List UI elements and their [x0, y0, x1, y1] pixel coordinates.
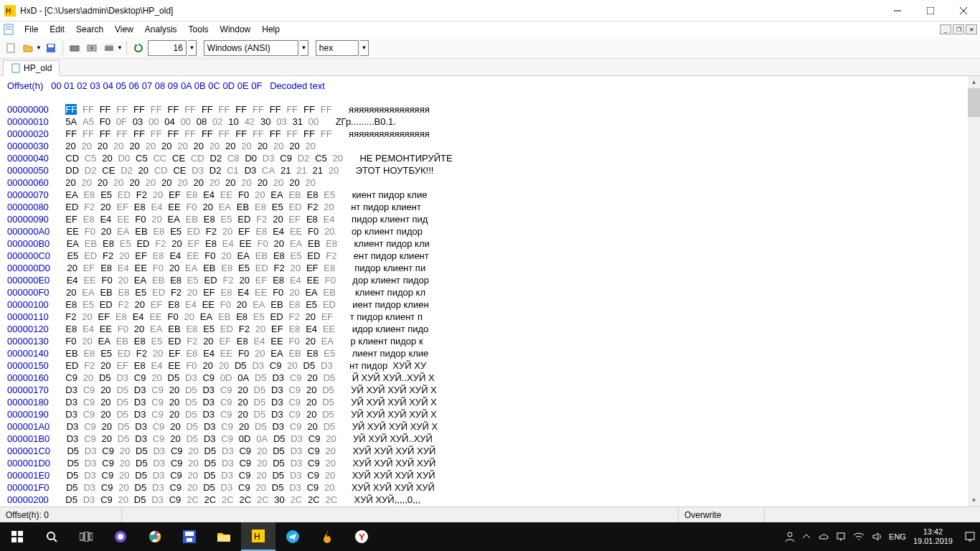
- menu-tools[interactable]: Tools: [183, 23, 215, 36]
- menu-window[interactable]: Window: [215, 23, 257, 36]
- svg-point-22: [47, 532, 55, 540]
- telegram-icon[interactable]: [275, 522, 310, 551]
- bytes-per-row-input[interactable]: [148, 40, 187, 56]
- yandex-icon[interactable]: Y: [344, 522, 379, 551]
- svg-point-28: [118, 534, 123, 540]
- document-tabs: HP_old: [0, 59, 980, 76]
- svg-rect-32: [185, 532, 194, 536]
- tray-network-icon[interactable]: [836, 532, 846, 542]
- system-tray: ENG 13:42 19.01.2019: [784, 527, 980, 546]
- mdi-minimize-button[interactable]: _: [940, 24, 951, 34]
- tray-people-icon[interactable]: [784, 531, 796, 542]
- tray-clock[interactable]: 13:42 19.01.2019: [913, 527, 957, 546]
- svg-line-23: [54, 539, 57, 542]
- svg-point-14: [90, 47, 93, 50]
- toolbar: ▼ ▼ ▼ ▼ ▼: [0, 37, 980, 59]
- menu-edit[interactable]: Edit: [44, 23, 70, 36]
- menu-help[interactable]: Help: [256, 23, 286, 36]
- tray-wifi-icon[interactable]: [853, 532, 864, 541]
- open-ram-button[interactable]: [84, 40, 100, 56]
- svg-rect-9: [7, 44, 14, 52]
- task-view-button[interactable]: [69, 522, 103, 551]
- app-icon: H: [4, 5, 16, 17]
- search-button[interactable]: [34, 522, 69, 551]
- menu-view[interactable]: View: [109, 23, 139, 36]
- open-disk-button[interactable]: [67, 40, 83, 56]
- save-app-icon[interactable]: [172, 522, 207, 551]
- svg-rect-25: [85, 532, 88, 542]
- tray-language[interactable]: ENG: [889, 532, 906, 541]
- svg-point-40: [788, 532, 792, 537]
- flame-icon[interactable]: [310, 522, 344, 551]
- svg-rect-18: [11, 531, 17, 536]
- status-mode: Overwrite: [679, 507, 765, 522]
- svg-rect-43: [966, 532, 974, 540]
- bytes-per-row-dropdown[interactable]: ▼: [188, 40, 197, 56]
- svg-rect-3: [927, 7, 934, 14]
- menu-analysis[interactable]: Analysis: [139, 23, 183, 36]
- tray-onedrive-icon[interactable]: [817, 532, 829, 541]
- base-select[interactable]: [316, 40, 359, 56]
- window-title: HxD - [C:\Users\admin\Desktop\HP_old]: [20, 6, 881, 16]
- svg-rect-11: [48, 44, 54, 47]
- svg-rect-8: [6, 29, 11, 29]
- open-dropdown-icon[interactable]: ▼: [36, 44, 42, 51]
- svg-rect-24: [80, 533, 83, 540]
- hex-editor[interactable]: Offset(h) 00 01 02 03 04 05 06 07 08 09 …: [0, 76, 980, 507]
- encoding-dropdown[interactable]: ▼: [300, 40, 308, 56]
- svg-rect-16: [105, 44, 113, 46]
- disk-dropdown-icon[interactable]: ▼: [117, 44, 123, 51]
- svg-rect-33: [187, 538, 192, 542]
- doc-icon: [3, 24, 14, 35]
- svg-rect-20: [11, 537, 17, 542]
- tab-doc-icon: [11, 63, 21, 73]
- status-offset: Offset(h): 0: [0, 507, 122, 522]
- svg-rect-19: [18, 531, 23, 536]
- tab-label: HP_old: [24, 63, 52, 73]
- new-file-button[interactable]: [3, 40, 19, 56]
- explorer-icon[interactable]: [207, 522, 241, 551]
- scroll-up-arrow[interactable]: ▲: [968, 76, 980, 88]
- svg-text:H: H: [6, 7, 11, 15]
- minimize-button[interactable]: [881, 0, 914, 22]
- maximize-button[interactable]: [914, 0, 947, 22]
- vertical-scrollbar[interactable]: ▲ ▼: [968, 76, 980, 507]
- start-button[interactable]: [0, 522, 34, 551]
- tray-volume-icon[interactable]: [872, 532, 882, 542]
- encoding-select[interactable]: [204, 40, 298, 56]
- close-button[interactable]: [947, 0, 980, 22]
- svg-rect-7: [6, 27, 11, 27]
- open-file-button[interactable]: [20, 40, 36, 56]
- menu-search[interactable]: Search: [70, 23, 109, 36]
- hxd-taskbar-icon[interactable]: H: [241, 522, 275, 551]
- open-disk-image-button[interactable]: [101, 40, 117, 56]
- tray-notifications-icon[interactable]: [964, 531, 976, 542]
- refresh-button[interactable]: [131, 40, 146, 56]
- svg-rect-26: [90, 533, 93, 540]
- tray-date: 19.01.2019: [913, 537, 953, 546]
- mdi-restore-button[interactable]: ❐: [953, 24, 964, 34]
- mdi-close-button[interactable]: ✕: [966, 24, 977, 34]
- chrome-icon[interactable]: [138, 522, 172, 551]
- svg-text:Y: Y: [359, 532, 365, 542]
- menu-bar: FileEditSearchViewAnalysisToolsWindowHel…: [0, 22, 980, 37]
- status-bar: Offset(h): 0 Overwrite: [0, 507, 980, 522]
- save-button[interactable]: [43, 40, 59, 56]
- svg-rect-41: [837, 533, 844, 539]
- scroll-down-arrow[interactable]: ▼: [968, 494, 980, 507]
- base-dropdown[interactable]: ▼: [360, 40, 369, 56]
- svg-rect-17: [12, 64, 19, 72]
- svg-rect-21: [18, 537, 23, 542]
- svg-rect-34: [217, 535, 230, 542]
- menu-file[interactable]: File: [19, 23, 44, 36]
- taskbar: H Y ENG 13:42 19.01.2019: [0, 522, 980, 551]
- svg-rect-12: [70, 46, 79, 51]
- cortana-icon[interactable]: [103, 522, 138, 551]
- tab-hp-old[interactable]: HP_old: [3, 60, 60, 76]
- tray-chevron-up-icon[interactable]: [803, 533, 810, 540]
- title-bar: H HxD - [C:\Users\admin\Desktop\HP_old]: [0, 0, 980, 22]
- tray-time: 13:42: [913, 527, 953, 537]
- scroll-thumb[interactable]: [968, 88, 980, 117]
- svg-rect-15: [105, 46, 113, 51]
- svg-text:H: H: [254, 532, 260, 542]
